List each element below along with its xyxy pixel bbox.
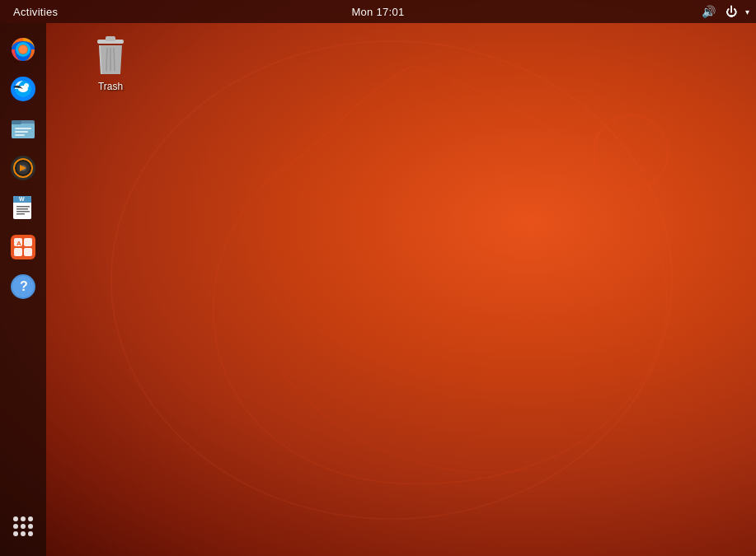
svg-rect-15 xyxy=(15,131,28,133)
power-icon[interactable]: ⏻ xyxy=(722,2,740,21)
svg-text:A: A xyxy=(16,240,21,247)
dock: W A ? xyxy=(0,23,46,556)
trash-icon[interactable]: Trash xyxy=(77,31,143,96)
svg-line-43 xyxy=(106,48,107,71)
svg-rect-32 xyxy=(11,235,35,259)
svg-rect-13 xyxy=(12,120,21,124)
svg-rect-28 xyxy=(16,208,28,210)
top-panel: Activities Mon 17:01 🔊 ⏻ ▾ xyxy=(0,0,756,23)
trash-icon-image xyxy=(89,35,132,77)
activities-button[interactable]: Activities xyxy=(7,0,64,23)
panel-menu-arrow[interactable]: ▾ xyxy=(745,7,749,16)
dock-item-firefox[interactable] xyxy=(5,31,41,68)
dock-item-rhythmbox[interactable] xyxy=(5,150,41,186)
show-applications-button[interactable] xyxy=(5,508,41,544)
svg-rect-14 xyxy=(15,128,31,129)
panel-left: Activities xyxy=(7,0,64,23)
sound-icon[interactable]: 🔊 xyxy=(699,2,717,21)
svg-rect-16 xyxy=(15,134,25,136)
desktop-icons-area: Trash xyxy=(46,23,756,556)
grid-dots-icon xyxy=(13,516,33,536)
svg-rect-36 xyxy=(24,248,32,256)
dock-item-files[interactable] xyxy=(5,110,41,147)
svg-point-10 xyxy=(24,83,29,88)
dock-item-thunderbird[interactable] xyxy=(5,71,41,107)
panel-clock[interactable]: Mon 17:01 xyxy=(351,6,404,18)
svg-line-45 xyxy=(114,48,115,71)
svg-rect-34 xyxy=(24,238,32,246)
panel-right: 🔊 ⏻ ▾ xyxy=(699,2,749,21)
svg-point-6 xyxy=(18,44,28,54)
dock-item-writer[interactable]: W xyxy=(5,189,41,226)
svg-rect-29 xyxy=(16,211,30,213)
dock-item-help[interactable]: ? xyxy=(5,269,41,305)
svg-text:W: W xyxy=(19,196,25,202)
svg-rect-35 xyxy=(14,248,22,256)
svg-rect-27 xyxy=(16,206,30,208)
svg-rect-42 xyxy=(106,36,115,41)
desktop: Activities Mon 17:01 🔊 ⏻ ▾ xyxy=(0,0,756,556)
dock-item-ubuntu-software[interactable]: A xyxy=(5,229,41,265)
trash-label: Trash xyxy=(98,81,123,92)
svg-text:?: ? xyxy=(20,279,28,293)
svg-rect-30 xyxy=(16,213,25,215)
